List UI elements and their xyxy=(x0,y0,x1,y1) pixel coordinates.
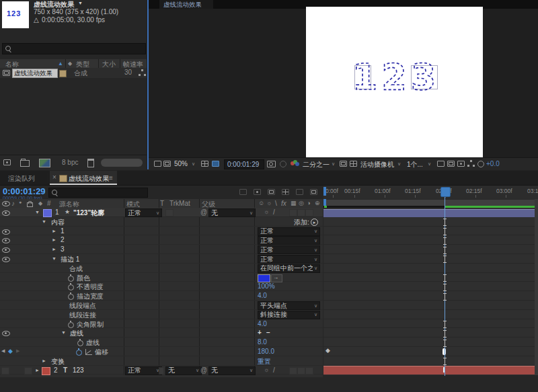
show-snapshot-icon[interactable] xyxy=(280,161,286,167)
stopwatch-icon[interactable] xyxy=(68,276,74,282)
resolution-chevron-icon[interactable]: ∨ xyxy=(332,161,335,167)
add-button-icon[interactable]: ▸ xyxy=(311,219,318,226)
switch-cell[interactable] xyxy=(289,367,297,375)
index-column-icon[interactable]: # xyxy=(47,200,51,207)
layer-mode-dropdown[interactable]: 正常∨ xyxy=(125,208,162,217)
pixel-aspect-icon[interactable] xyxy=(437,161,445,167)
tab-close-icon[interactable]: × xyxy=(52,173,56,181)
timeline-button-icon[interactable] xyxy=(457,161,465,167)
audio-column-icon[interactable]: ♪ xyxy=(11,200,15,207)
tab-menu-icon[interactable]: ≡ xyxy=(109,174,113,182)
exposure-value[interactable]: +0.0 xyxy=(486,160,500,167)
twirl-icon[interactable]: ▼ xyxy=(61,330,66,335)
twirl-icon[interactable]: ► xyxy=(42,358,46,363)
next-keyframe-icon[interactable]: ▶ xyxy=(16,348,20,354)
layer-row-1[interactable]: ▼ 1 ★ "123"轮廓 正常∨ @ 无∨ ☼ / xyxy=(0,208,323,217)
camera-view-value[interactable]: 活动摄像机 xyxy=(360,160,394,169)
threed-header-icon[interactable]: ⊕ xyxy=(315,200,320,206)
camera-chevron-icon[interactable]: ∨ xyxy=(397,161,401,167)
cti-head[interactable] xyxy=(440,187,451,197)
preview-monitor-icon[interactable] xyxy=(154,161,161,167)
property-value[interactable]: 100% xyxy=(258,282,275,290)
blend-mode-dropdown[interactable]: 正常∨ xyxy=(258,227,320,236)
shape-group-row-2[interactable]: ► 2 正常∨ xyxy=(0,235,323,245)
miter-limit-property-row[interactable]: 尖角限制 4.0 xyxy=(0,319,323,329)
composite-property-row[interactable]: 合成 在同组中前一个之上∨ xyxy=(0,264,323,273)
adjustment-header-icon[interactable]: ◑ xyxy=(307,200,310,206)
blend-mode-dropdown[interactable]: 正常∨ xyxy=(258,245,320,254)
navigator-start-bracket2[interactable] xyxy=(323,199,326,206)
collapse-switch-icon[interactable]: ☼ xyxy=(264,366,269,373)
twirl-icon[interactable]: ▼ xyxy=(35,210,40,214)
stopwatch-icon[interactable] xyxy=(68,322,74,328)
property-value[interactable]: 4.0 xyxy=(258,320,267,327)
line-join-dropdown[interactable]: 斜接连接∨ xyxy=(258,311,320,319)
reset-exposure-icon[interactable] xyxy=(477,161,484,167)
collapse-header-icon[interactable]: ☼ xyxy=(266,200,272,206)
layer-row-2[interactable]: ► 2 T 123 正常∨ 无∨ @ 无∨ ☼ / xyxy=(0,366,323,375)
twirl-icon[interactable]: ▼ xyxy=(42,219,46,224)
tag-icon[interactable]: ◆ xyxy=(68,61,72,67)
motion-blur-header-icon[interactable]: ◎ xyxy=(299,200,304,206)
keyframe-diamond[interactable]: ◆ xyxy=(325,347,330,354)
fast-preview-icon[interactable] xyxy=(447,161,455,167)
line-join-property-row[interactable]: 线段连接 斜接连接∨ xyxy=(0,310,323,319)
dashes-group-row[interactable]: ▼ 虚线 + − xyxy=(0,328,323,338)
comp-name-caret-icon[interactable]: ▼ xyxy=(78,1,83,5)
switch-cell[interactable] xyxy=(24,367,32,375)
twirl-icon[interactable]: ► xyxy=(52,247,56,251)
mask-roi-icon[interactable] xyxy=(212,161,219,167)
eye-icon[interactable] xyxy=(2,238,10,243)
switch-cell[interactable] xyxy=(297,209,305,217)
twirl-icon[interactable]: ► xyxy=(52,237,56,242)
motion-blur-icon[interactable] xyxy=(296,189,303,195)
fx-header-icon[interactable]: fx xyxy=(281,200,286,207)
view-count-chevron-icon[interactable]: ∨ xyxy=(428,161,431,167)
quality-header-icon[interactable]: \ xyxy=(275,200,277,207)
blend-mode-dropdown[interactable]: 正常∨ xyxy=(258,236,320,245)
layer2-duration-bar[interactable] xyxy=(323,366,535,375)
vertical-scrollbar[interactable] xyxy=(535,199,538,375)
add-dash-button[interactable]: + xyxy=(258,329,262,336)
layer1-duration-bar[interactable] xyxy=(323,209,535,217)
new-folder-icon[interactable] xyxy=(20,160,30,167)
col-trkmat[interactable]: TrkMat xyxy=(169,200,190,207)
frame-blend-header-icon[interactable]: ▦ xyxy=(291,200,297,206)
switch-cell[interactable] xyxy=(305,367,313,375)
item-label-swatch[interactable] xyxy=(59,70,67,77)
sort-up-icon[interactable]: ▲ xyxy=(58,61,63,67)
tab-render-queue[interactable]: 渲染队列 xyxy=(8,174,35,184)
magnification-value[interactable]: 50% xyxy=(174,160,188,167)
new-composition-icon[interactable] xyxy=(39,159,50,167)
switch-cell[interactable] xyxy=(289,209,297,217)
remove-dash-button[interactable]: − xyxy=(266,329,270,336)
tab-comp-active[interactable]: × 虚线流动效果 ≡ xyxy=(50,171,117,185)
opacity-property-row[interactable]: 不透明度 100% xyxy=(0,282,323,291)
viewer-tab-comp[interactable]: 虚线流动效果 xyxy=(159,0,213,9)
parent-dropdown[interactable]: 无∨ xyxy=(208,366,256,375)
layer-color-swatch[interactable] xyxy=(43,209,52,217)
stopwatch-icon-active[interactable] xyxy=(76,350,82,356)
offset-property-row[interactable]: ◀ ◆ ▶ 偏移 180.0 xyxy=(0,347,323,356)
line-cap-dropdown[interactable]: 平头端点∨ xyxy=(258,301,320,310)
twirl-icon[interactable]: ► xyxy=(35,368,40,373)
line-cap-property-row[interactable]: 线段端点 平头端点∨ xyxy=(0,301,323,310)
switch-cell[interactable] xyxy=(305,209,313,217)
draft-3d-icon[interactable] xyxy=(254,189,261,195)
snapshot-icon[interactable] xyxy=(267,161,276,167)
composition-mini-flowchart-icon[interactable] xyxy=(239,189,247,195)
stopwatch-icon[interactable] xyxy=(68,284,74,290)
project-item-name-chip[interactable]: 虚线流动效果 xyxy=(12,69,58,78)
stopwatch-icon[interactable] xyxy=(68,294,74,300)
layer-color-swatch[interactable] xyxy=(42,367,50,375)
trkmat-well[interactable] xyxy=(159,367,164,375)
bpc-label[interactable]: 8 bpc xyxy=(62,159,78,166)
stopwatch-icon[interactable] xyxy=(77,340,83,346)
layer-mode-dropdown[interactable]: 正常∨ xyxy=(125,366,162,375)
switch-cell[interactable] xyxy=(297,367,305,375)
hide-shy-icon[interactable] xyxy=(268,189,275,195)
collapse-switch-icon[interactable]: ☼ xyxy=(264,208,269,215)
quality-switch-icon[interactable]: / xyxy=(273,208,275,216)
dashed-outline-text[interactable]: 123 xyxy=(352,56,440,98)
parent-dropdown[interactable]: 无∨ xyxy=(208,208,256,217)
